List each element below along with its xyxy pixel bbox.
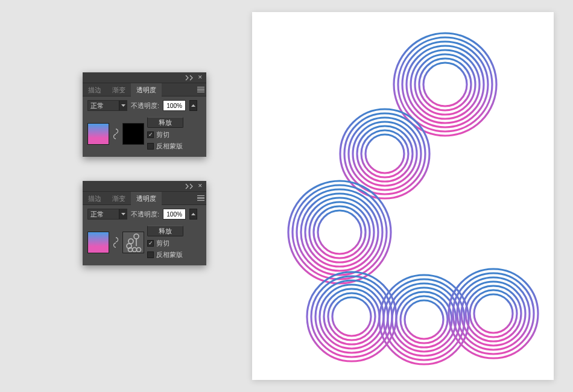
svg-point-60 (128, 239, 133, 244)
clip-checkbox-row[interactable]: 剪切 (147, 239, 183, 248)
svg-point-3 (411, 50, 480, 119)
tab-stroke[interactable]: 描边 (83, 83, 107, 96)
svg-point-19 (353, 122, 417, 186)
panel-menu-icon[interactable] (195, 192, 206, 205)
panel-menu-icon[interactable] (195, 83, 206, 96)
blend-mode-select[interactable]: 正常 (87, 100, 127, 111)
svg-point-26 (305, 198, 374, 267)
blend-opacity-row: 正常 不透明度: 100% (83, 96, 206, 113)
svg-point-45 (474, 294, 513, 333)
release-button[interactable]: 释放 (147, 117, 183, 128)
mask-thumbnail[interactable] (122, 232, 144, 253)
link-mask-icon[interactable] (112, 237, 119, 248)
opacity-input[interactable]: 100% (163, 209, 186, 220)
invert-mask-checkbox[interactable] (147, 143, 154, 150)
svg-point-30 (288, 181, 391, 283)
clip-checkbox[interactable] (147, 131, 154, 138)
close-icon[interactable]: ✕ (198, 75, 203, 80)
opacity-label: 不透明度: (131, 101, 159, 110)
svg-point-24 (314, 206, 366, 258)
opacity-label: 不透明度: (131, 210, 159, 219)
mask-thumbnails-row: 释放 剪切 反相蒙版 (83, 113, 206, 157)
line-artwork (252, 12, 554, 380)
invert-mask-checkbox[interactable] (147, 251, 154, 258)
tab-transparency[interactable]: 透明度 (131, 83, 162, 96)
opacity-stepper-icon[interactable] (189, 209, 197, 220)
transparency-panel-2[interactable]: ✕ 描边 渐变 透明度 正常 不透明度: 100% 释放 (83, 181, 206, 265)
svg-point-23 (318, 210, 361, 254)
clip-checkbox-row[interactable]: 剪切 (147, 130, 183, 139)
invert-mask-checkbox-row[interactable]: 反相蒙版 (147, 142, 183, 151)
svg-point-64 (137, 248, 141, 252)
tab-gradient[interactable]: 渐变 (107, 83, 131, 96)
svg-point-63 (133, 248, 137, 252)
svg-point-16 (366, 134, 404, 173)
invert-mask-label: 反相蒙版 (156, 250, 183, 259)
svg-point-27 (301, 194, 378, 271)
svg-point-4 (407, 46, 484, 123)
svg-point-39 (400, 296, 448, 343)
svg-point-38 (405, 300, 443, 339)
tab-gradient[interactable]: 渐变 (107, 192, 131, 205)
collapse-arrows-icon[interactable] (185, 183, 194, 189)
link-mask-icon[interactable] (112, 128, 119, 139)
panel-tabs: 描边 渐变 透明度 (83, 83, 206, 96)
svg-point-46 (470, 290, 517, 337)
svg-point-58 (134, 234, 139, 239)
invert-mask-label: 反相蒙版 (156, 142, 183, 151)
blend-mode-select[interactable]: 正常 (87, 209, 127, 220)
clip-checkbox[interactable] (147, 240, 154, 247)
svg-point-20 (349, 118, 421, 190)
artboard (252, 12, 554, 380)
svg-point-1 (419, 58, 471, 110)
panel-tabs: 描边 渐变 透明度 (83, 192, 206, 205)
release-button[interactable]: 释放 (147, 226, 183, 236)
chevron-down-icon[interactable] (119, 209, 127, 219)
svg-point-17 (361, 130, 408, 177)
opacity-input[interactable]: 100% (163, 100, 186, 111)
chevron-down-icon[interactable] (119, 101, 127, 110)
blend-mode-value: 正常 (88, 210, 119, 219)
panel-titlebar[interactable]: ✕ (83, 72, 206, 83)
svg-point-29 (293, 185, 387, 279)
object-thumbnail[interactable] (87, 123, 109, 145)
tab-stroke[interactable]: 描边 (83, 192, 107, 205)
svg-point-41 (392, 288, 456, 352)
opacity-stepper-icon[interactable] (189, 100, 197, 111)
svg-point-0 (423, 63, 467, 106)
clip-label: 剪切 (156, 130, 169, 139)
svg-point-7 (394, 33, 496, 136)
close-icon[interactable]: ✕ (198, 183, 203, 189)
object-thumbnail[interactable] (87, 232, 109, 253)
tab-transparency[interactable]: 透明度 (131, 192, 162, 205)
invert-mask-checkbox-row[interactable]: 反相蒙版 (147, 250, 183, 259)
transparency-panel-1[interactable]: ✕ 描边 渐变 透明度 正常 不透明度: 100% 释放 剪切 反相蒙版 (83, 72, 206, 157)
mask-thumbnails-row: 释放 剪切 反相蒙版 (83, 222, 206, 265)
clip-label: 剪切 (156, 239, 169, 248)
blend-opacity-row: 正常 不透明度: 100% (83, 205, 206, 222)
collapse-arrows-icon[interactable] (185, 75, 194, 81)
mask-thumbnail[interactable] (122, 123, 144, 145)
blend-mode-value: 正常 (88, 101, 119, 110)
mask-artwork-icon (125, 233, 142, 252)
panel-titlebar[interactable]: ✕ (83, 181, 206, 192)
svg-point-48 (461, 282, 525, 346)
svg-point-32 (328, 293, 375, 340)
svg-point-31 (332, 297, 371, 336)
svg-point-35 (315, 280, 388, 353)
